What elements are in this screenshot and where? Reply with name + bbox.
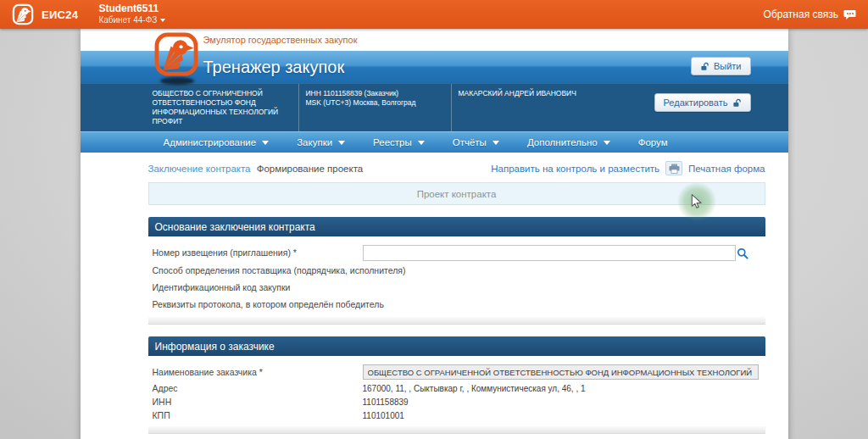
printer-icon xyxy=(669,164,680,174)
kpp-value: 110101001 xyxy=(363,411,404,420)
chevron-down-icon xyxy=(160,19,165,22)
feedback-link[interactable]: Обратная связь xyxy=(764,8,856,20)
edit-profile-button[interactable]: Редактировать xyxy=(654,93,751,112)
send-to-control-link[interactable]: Направить на контроль и разместить xyxy=(491,164,659,174)
breadcrumb: Заключение контракта Формирование проект… xyxy=(148,164,364,174)
page-content: Заключение контракта Формирование проект… xyxy=(81,153,788,439)
org-name: ОБЩЕСТВО С ОГРАНИЧЕННОЙ ОТВЕТСТВЕННОСТЬЮ… xyxy=(153,84,298,131)
search-icon[interactable] xyxy=(737,247,748,261)
nav-label: Форум xyxy=(638,137,668,147)
triangle-down-icon xyxy=(338,141,345,145)
field-row-method: Способ определения поставщика (подрядчик… xyxy=(148,262,765,279)
breadcrumb-contract-link[interactable]: Заключение контракта xyxy=(148,164,251,174)
open-lock-icon xyxy=(732,98,742,108)
org-timezone-line: MSK (UTC+3) Москва, Волгоград xyxy=(306,98,444,108)
nav-purchases[interactable]: Закупки xyxy=(297,137,345,147)
notice-number-input[interactable] xyxy=(363,245,736,261)
inn-value: 1101158839 xyxy=(363,397,409,407)
user-block: Student6511 Кабинет 44-ФЗ xyxy=(98,3,165,25)
top-app-bar: ЕИС24 Student6511 Кабинет 44-ФЗ Обратная… xyxy=(0,0,868,29)
page-title: Тренажер закупок xyxy=(203,58,345,77)
screen: { "colors": { "topbar_orange": "#e4591c"… xyxy=(0,0,868,439)
nav-administration[interactable]: Администрирование xyxy=(164,137,270,147)
main-nav: Администрирование Закупки Реестры Отчёты… xyxy=(81,131,788,153)
nav-registries[interactable]: Реестры xyxy=(373,137,425,147)
breadcrumb-current: Формирование проекта xyxy=(257,164,364,174)
notice-number-label: Номер извещения (приглашения) * xyxy=(153,247,363,258)
section-body: Номер извещения (приглашения) * Способ о… xyxy=(148,236,765,325)
section-header: Основание заключения контракта xyxy=(148,217,765,236)
logout-label: Выйти xyxy=(714,61,742,71)
nav-label: Закупки xyxy=(297,137,332,147)
nav-reports[interactable]: Отчёты xyxy=(453,137,499,147)
nav-label: Дополнительно xyxy=(527,137,598,147)
field-row-customer-name: Наименование заказчика * xyxy=(148,363,765,381)
open-lock-icon xyxy=(700,62,709,71)
main-page-card: Эмулятор государственных закупок Тренаже… xyxy=(81,29,788,439)
page-actions: Направить на контроль и разместить Печат… xyxy=(491,161,765,175)
method-label: Способ определения поставщика (подрядчик… xyxy=(153,265,406,275)
feedback-label: Обратная связь xyxy=(764,8,838,20)
protocol-label: Реквизиты протокола, в котором определён… xyxy=(153,299,384,309)
customer-name-input[interactable] xyxy=(363,364,759,380)
field-row-kpp: КПП 110101001 xyxy=(148,408,765,422)
kpp-label: КПП xyxy=(153,410,363,420)
tab-bar: Проект контракта xyxy=(148,182,765,205)
brand-name: ЕИС24 xyxy=(42,8,78,21)
triangle-down-icon xyxy=(262,141,269,145)
ikz-label: Идентификационный код закупки xyxy=(153,282,291,292)
org-details: ИНН 1101158839 (Заказчик) MSK (UTC+3) Мо… xyxy=(298,84,451,131)
nav-label: Реестры xyxy=(373,137,412,147)
field-row-ikz: Идентификационный код закупки xyxy=(148,279,765,296)
procurement-trainer-logo-icon xyxy=(153,31,199,77)
print-form-link[interactable]: Печатная форма xyxy=(688,164,765,174)
org-inn-line: ИНН 1101158839 (Заказчик) xyxy=(306,89,444,98)
field-row-address: Адрес 167000, 11, , Сыктывкар г, , Комму… xyxy=(148,381,765,395)
username: Student6511 xyxy=(98,3,165,15)
triangle-down-icon xyxy=(604,141,610,145)
field-row-protocol: Реквизиты протокола, в котором определён… xyxy=(148,296,765,313)
section-footer xyxy=(148,317,765,325)
notice-number-field xyxy=(363,245,748,261)
inn-label: ИНН xyxy=(153,397,363,407)
breadcrumb-row: Заключение контракта Формирование проект… xyxy=(148,153,765,175)
customer-name-label: Наименование заказчика * xyxy=(153,367,363,377)
triangle-down-icon xyxy=(418,141,425,145)
logo-shadow xyxy=(160,77,194,85)
section-body: Наименование заказчика * Адрес 167000, 1… xyxy=(148,356,765,434)
nav-forum[interactable]: Форум xyxy=(638,137,668,147)
logout-button[interactable]: Выйти xyxy=(691,57,751,75)
nav-additional[interactable]: Дополнительно xyxy=(527,137,610,147)
cabinet-label: Кабинет 44-ФЗ xyxy=(98,15,157,25)
nav-label: Отчёты xyxy=(453,137,487,147)
speech-bubble-icon xyxy=(843,9,856,20)
field-row-notice-number: Номер извещения (приглашения) * xyxy=(148,243,765,262)
field-row-inn: ИНН 1101158839 xyxy=(148,395,765,408)
print-button[interactable] xyxy=(665,161,682,175)
edit-label: Редактировать xyxy=(664,97,728,108)
section-contract-basis: Основание заключения контракта Номер изв… xyxy=(148,217,765,325)
organization-bar: ОБЩЕСТВО С ОГРАНИЧЕННОЙ ОТВЕТСТВЕННОСТЬЮ… xyxy=(81,83,788,131)
address-value: 167000, 11, , Сыктывкар г, , Коммунистич… xyxy=(363,384,586,393)
section-header: Информация о заказчике xyxy=(148,336,765,356)
section-footer xyxy=(148,426,765,434)
tab-contract-project[interactable]: Проект контракта xyxy=(417,189,497,199)
section-customer-info: Информация о заказчике Наименование зака… xyxy=(148,336,765,434)
emulator-home-link[interactable]: Эмулятор государственных закупок xyxy=(203,35,358,45)
eis-eagle-logo-icon xyxy=(12,3,34,25)
nav-label: Администрирование xyxy=(164,137,257,147)
cabinet-selector[interactable]: Кабинет 44-ФЗ xyxy=(98,15,165,25)
address-label: Адрес xyxy=(153,383,363,393)
triangle-down-icon xyxy=(492,141,499,145)
